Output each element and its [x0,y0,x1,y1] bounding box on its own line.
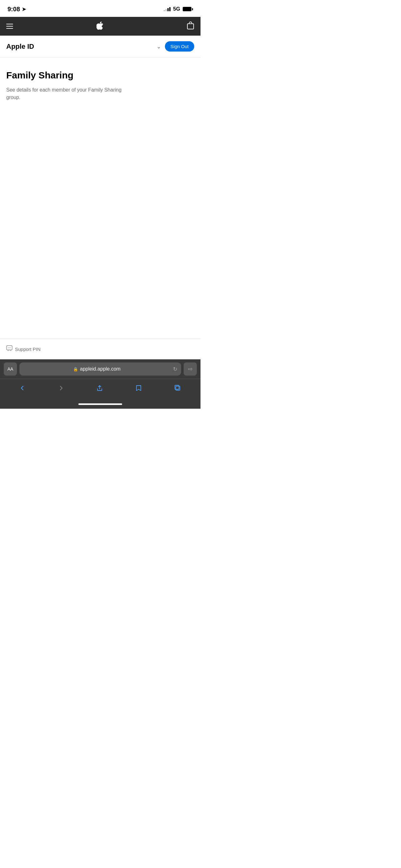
sign-out-button[interactable]: Sign Out [165,41,194,52]
browser-bar: AA 🔒 appleid.apple.com ↻ ⇨ [0,359,201,379]
chevron-down-icon[interactable]: ⌄ [157,43,161,50]
page-description: See details for each member of your Fami… [6,86,131,101]
back-icon [20,385,26,393]
signal-bar-2 [166,9,167,11]
url-text: appleid.apple.com [80,366,121,372]
battery-tip [192,8,193,10]
time-label: 9:08 [7,6,20,13]
battery-body [183,7,192,11]
hamburger-line-1 [6,24,13,24]
share-icon [96,384,103,393]
support-pin-link[interactable]: Support PIN [6,345,194,353]
support-pin-label: Support PIN [15,346,41,352]
tabs-icon [174,384,181,393]
bottom-nav [0,379,201,401]
lock-icon: 🔒 [73,367,78,372]
support-pin-icon [6,345,12,353]
main-content: Family Sharing See details for each memb… [0,58,201,339]
apple-logo-icon [97,22,103,31]
share-button[interactable] [91,382,108,396]
tabs-button[interactable] [169,382,186,396]
browser-aa-label: AA [7,367,13,372]
nav-bar [0,17,201,36]
bookmark-icon [135,384,142,393]
page-title: Family Sharing [6,70,194,81]
svg-rect-0 [188,24,194,29]
browser-aa-button[interactable]: AA [4,363,17,376]
browser-right-icon: ⇨ [188,366,193,372]
reload-icon[interactable]: ↻ [173,366,177,372]
browser-right-button[interactable]: ⇨ [183,363,197,376]
signal-bar-3 [167,8,169,11]
status-time: 9:08 ➤ [7,6,26,13]
hamburger-line-2 [6,26,13,27]
svg-rect-6 [175,385,179,389]
forward-button[interactable] [53,382,69,396]
browser-url-bar[interactable]: 🔒 appleid.apple.com ↻ [20,363,181,376]
svg-point-2 [8,347,9,348]
forward-icon [58,385,64,393]
apple-id-title: Apple ID [6,42,34,51]
signal-bar-1 [164,10,165,11]
network-type: 5G [173,6,180,12]
location-icon: ➤ [22,6,26,12]
signal-bar-4 [169,7,170,11]
apple-id-controls: ⌄ Sign Out [157,41,194,52]
status-bar: 9:08 ➤ 5G [0,0,201,17]
svg-rect-5 [176,386,180,390]
signal-bars [164,7,170,11]
support-pin-section: Support PIN [0,339,201,359]
back-button[interactable] [14,382,31,396]
battery [183,7,193,11]
status-right: 5G [164,6,193,12]
hamburger-menu-button[interactable] [6,24,13,29]
bookmark-button[interactable] [130,382,147,396]
bag-icon[interactable] [187,21,194,31]
svg-point-3 [9,347,10,348]
home-indicator [0,401,201,409]
svg-point-4 [10,347,11,348]
hamburger-line-3 [6,28,13,29]
home-indicator-bar [78,403,122,405]
apple-id-header: Apple ID ⌄ Sign Out [0,36,201,58]
url-content: 🔒 appleid.apple.com [23,366,170,372]
